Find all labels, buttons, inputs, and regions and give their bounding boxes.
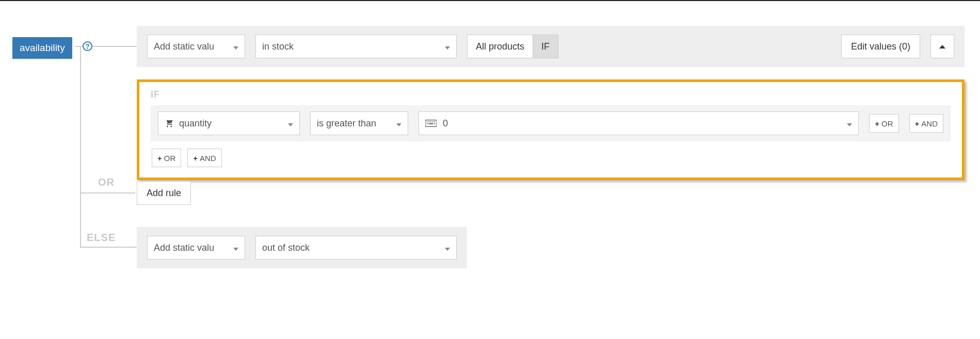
static-value-label: in stock	[262, 41, 294, 52]
connector-line	[80, 192, 135, 193]
rule-if-bar: Add static valu in stock All products IF…	[137, 26, 965, 67]
plus-icon: +	[193, 154, 198, 163]
condition-attribute-select[interactable]: quantity	[158, 111, 300, 135]
caret-down-icon	[445, 243, 450, 253]
scope-if-button[interactable]: IF	[533, 35, 558, 58]
divider-else-label: ELSE	[87, 232, 116, 244]
plus-icon: +	[157, 154, 162, 163]
svg-rect-5	[434, 121, 435, 122]
else-action-select[interactable]: Add static valu	[147, 236, 245, 260]
condition-attribute-label: quantity	[179, 118, 212, 129]
else-action-label: Add static valu	[154, 243, 214, 253]
condition-operator-label: is greater than	[317, 118, 376, 129]
divider-or-label: OR	[98, 176, 115, 188]
group-add-or-button[interactable]: + OR	[152, 149, 181, 167]
caret-down-icon	[233, 243, 238, 253]
caret-down-icon	[847, 118, 852, 129]
if-title: IF	[151, 89, 951, 100]
caret-down-icon	[445, 41, 450, 52]
attribute-tag: availability	[12, 37, 72, 59]
connector-line	[80, 46, 81, 248]
condition-value-label: 0	[443, 118, 448, 129]
svg-rect-1	[427, 121, 428, 122]
condition-row: quantity is greater than 0	[151, 105, 951, 141]
svg-rect-8	[434, 123, 435, 124]
svg-rect-3	[430, 121, 431, 122]
collapse-button[interactable]	[930, 35, 954, 58]
keyboard-icon	[425, 120, 437, 127]
caret-down-icon	[288, 118, 293, 129]
inline-add-or-button[interactable]: + OR	[869, 114, 898, 133]
scope-toggle: All products IF	[467, 35, 558, 58]
svg-rect-7	[428, 123, 433, 124]
plus-icon: +	[915, 119, 920, 128]
group-add-and-button[interactable]: + AND	[187, 149, 221, 167]
svg-rect-2	[428, 121, 429, 122]
connector-line	[80, 247, 137, 248]
rule-else-bar: Add static valu out of stock	[137, 227, 467, 268]
cart-icon	[165, 119, 174, 128]
if-conditions-panel: IF quantity is greater than	[137, 79, 965, 180]
condition-value-select[interactable]: 0	[419, 111, 859, 135]
add-rule-button[interactable]: Add rule	[137, 181, 191, 205]
else-static-value-label: out of stock	[262, 243, 310, 253]
action-select[interactable]: Add static valu	[147, 35, 245, 58]
caret-down-icon	[396, 118, 401, 129]
caret-up-icon	[939, 45, 945, 49]
edit-values-button[interactable]: Edit values (0)	[841, 35, 920, 58]
svg-rect-4	[432, 121, 433, 122]
scope-all-button[interactable]: All products	[467, 35, 533, 58]
condition-operator-select[interactable]: is greater than	[310, 111, 408, 135]
caret-down-icon	[233, 41, 238, 52]
else-static-value-select[interactable]: out of stock	[255, 236, 457, 260]
svg-rect-6	[427, 123, 428, 124]
static-value-select[interactable]: in stock	[255, 35, 457, 58]
inline-add-and-button[interactable]: + AND	[909, 114, 943, 133]
help-icon[interactable]: ?	[83, 41, 92, 51]
plus-icon: +	[875, 119, 879, 128]
action-select-label: Add static valu	[154, 41, 214, 52]
